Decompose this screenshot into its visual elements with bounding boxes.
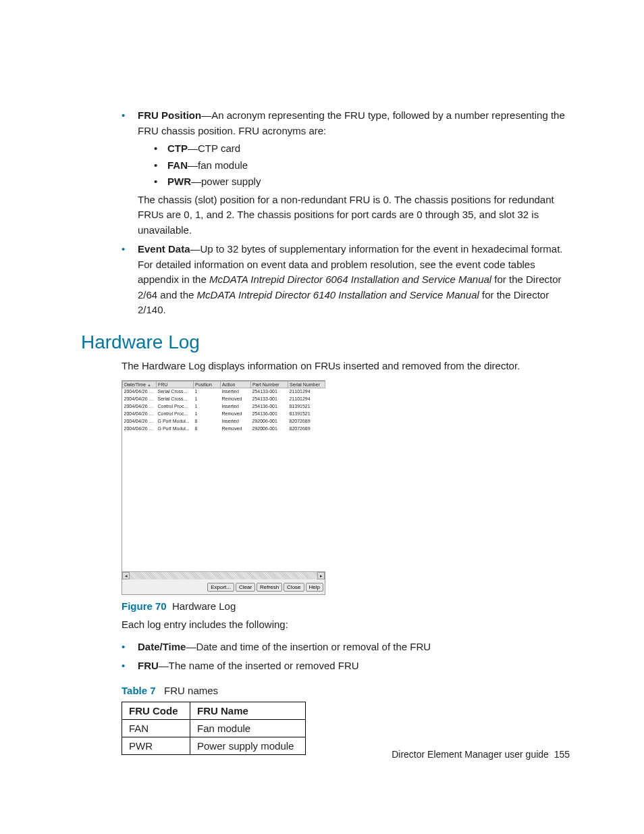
figure-text: Hardware Log xyxy=(172,600,236,612)
table-row[interactable]: 2004/04/26 1...G Port Modul...8Removed29… xyxy=(123,425,325,433)
hwlog-tbody: 2004/04/26 1...Serial Cross...1Inserted2… xyxy=(123,388,325,572)
hardware-log-table: Date/Time ▲ FRU Position Action Part Num… xyxy=(122,381,325,571)
bullet-fru-position: FRU Position—An acronym representing the… xyxy=(122,108,570,238)
fru-names-table: FRU Code FRU Name FANFan module PWRPower… xyxy=(122,702,306,755)
table-row: FANFan module xyxy=(122,719,306,737)
scroll-track[interactable] xyxy=(130,572,317,579)
clear-button[interactable]: Clear xyxy=(236,583,255,592)
post-figure-text: Each log entry includes the following: xyxy=(122,617,570,633)
col-fru[interactable]: FRU xyxy=(157,382,194,388)
hwlog-header-row: Date/Time ▲ FRU Position Action Part Num… xyxy=(123,382,325,388)
fru-table-header: FRU Code FRU Name xyxy=(122,702,306,719)
bullet-fru: FRU—The name of the inserted or removed … xyxy=(122,658,570,674)
scroll-left-icon[interactable]: ◂ xyxy=(122,572,130,579)
close-button[interactable]: Close xyxy=(284,583,304,592)
table-row[interactable]: 2004/04/26 1...Serial Cross...1Removed25… xyxy=(123,396,325,403)
horizontal-scrollbar[interactable]: ◂ ▸ xyxy=(122,571,325,579)
table-row: PWRPower supply module xyxy=(122,737,306,754)
export-button[interactable]: Export... xyxy=(207,583,234,592)
help-button[interactable]: Help xyxy=(306,583,323,592)
table-label: Table 7 xyxy=(122,685,156,696)
sort-asc-icon: ▲ xyxy=(147,383,151,387)
figure-caption: Figure 70 Hardware Log xyxy=(122,600,570,612)
table-caption-text: FRU names xyxy=(164,685,218,696)
hwlog-button-bar: Export... Clear Refresh Close Help xyxy=(122,579,325,594)
bullet-list-top: FRU Position—An acronym representing the… xyxy=(81,108,570,318)
col-action[interactable]: Action xyxy=(221,382,251,388)
col-part-number[interactable]: Part Number xyxy=(251,382,288,388)
fru-position-post: The chassis (slot) position for a non-re… xyxy=(138,192,570,238)
entry-bullet-list: Date/Time—Date and time of the insertion… xyxy=(81,640,570,674)
empty-space xyxy=(123,433,325,571)
scroll-right-icon[interactable]: ▸ xyxy=(317,572,325,579)
col-position[interactable]: Position xyxy=(194,382,221,388)
page-footer: Director Element Manager user guide 155 xyxy=(392,749,570,760)
acronym-ctp: CTP—CTP card xyxy=(154,141,570,157)
table-row[interactable]: 2004/04/26 1...Serial Cross...1Inserted2… xyxy=(123,388,325,396)
fru-acronym-list: CTP—CTP card FAN—fan module PWR—power su… xyxy=(138,141,570,190)
page-number: 155 xyxy=(554,749,570,760)
table-caption: Table 7 FRU names xyxy=(122,685,570,696)
event-data-label: Event Data xyxy=(138,243,190,255)
manual-ref-2: McDATA Intrepid Director 6140 Installati… xyxy=(197,289,479,301)
acronym-fan: FAN—fan module xyxy=(154,158,570,174)
section-intro: The Hardware Log displays information on… xyxy=(122,359,570,374)
table-row[interactable]: 2004/04/26 1...Control Proc...1Removed25… xyxy=(123,411,325,418)
figure-label: Figure 70 xyxy=(122,600,167,612)
section-heading: Hardware Log xyxy=(81,332,570,353)
bullet-event-data: Event Data—Up to 32 bytes of supplementa… xyxy=(122,242,570,318)
col-fru-name: FRU Name xyxy=(190,702,306,719)
bullet-date-time: Date/Time—Date and time of the insertion… xyxy=(122,640,570,655)
manual-ref-1: McDATA Intrepid Director 6064 Installati… xyxy=(209,273,491,285)
table-row[interactable]: 2004/04/26 1...Control Proc...1Inserted2… xyxy=(123,403,325,411)
fru-position-label: FRU Position xyxy=(138,109,201,121)
hardware-log-window: Date/Time ▲ FRU Position Action Part Num… xyxy=(122,380,325,595)
fru-position-text: —An acronym representing the FRU type, f… xyxy=(138,109,565,136)
refresh-button[interactable]: Refresh xyxy=(257,583,282,592)
col-date-time[interactable]: Date/Time ▲ xyxy=(123,382,157,388)
acronym-pwr: PWR—power supply xyxy=(154,174,570,190)
col-serial-number[interactable]: Serial Number xyxy=(288,382,325,388)
col-fru-code: FRU Code xyxy=(122,702,190,719)
table-row[interactable]: 2004/04/26 1...G Port Modul...8Inserted2… xyxy=(123,418,325,425)
footer-title: Director Element Manager user guide xyxy=(392,749,549,760)
